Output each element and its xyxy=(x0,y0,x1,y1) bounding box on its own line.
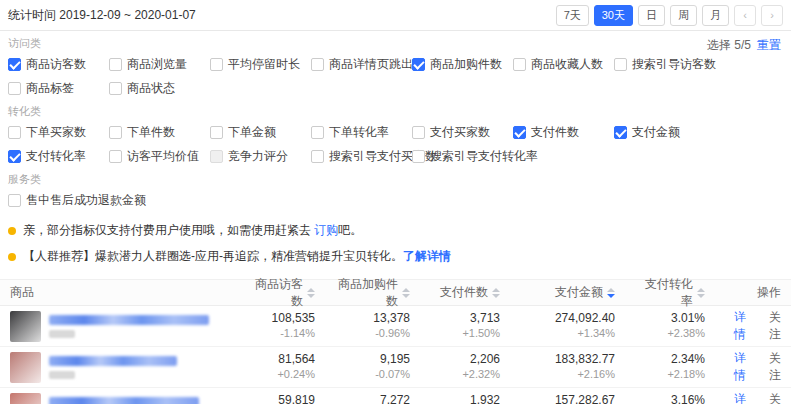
metric-cell: 183,832.77+2.16% xyxy=(510,352,625,382)
metric-cell: 3.16%+3.27% xyxy=(625,393,715,404)
metric-checkbox-option[interactable]: 支付件数 xyxy=(513,124,614,141)
column-header[interactable]: 商品加购件数 xyxy=(325,276,420,310)
metric-checkbox-option[interactable]: 商品访客数 xyxy=(8,56,109,73)
metric-checkbox-option[interactable]: 售中售后成功退款金额 xyxy=(8,192,109,209)
metric-checkbox-option[interactable]: 商品浏览量 xyxy=(109,56,210,73)
follow-link[interactable]: 关注 xyxy=(760,309,781,343)
metric-checkbox-option[interactable]: 搜索引导支付转化率 xyxy=(412,148,513,165)
column-header-label: 商品加购件数 xyxy=(335,276,398,310)
metric-value: 274,092.40 xyxy=(520,311,615,326)
product-thumbnail[interactable] xyxy=(10,393,41,404)
checkbox-icon[interactable] xyxy=(311,150,324,163)
product-cell xyxy=(0,311,240,342)
range-button-4[interactable]: 月 xyxy=(702,5,729,26)
product-thumbnail[interactable] xyxy=(10,352,41,383)
checkbox-icon[interactable] xyxy=(210,126,223,139)
checkbox-icon[interactable] xyxy=(109,58,122,71)
checkbox-icon[interactable] xyxy=(513,58,526,71)
notice-link[interactable]: 了解详情 xyxy=(403,249,451,263)
checkbox-icon[interactable] xyxy=(311,58,324,71)
filter-group-options: 商品访客数 商品浏览量 平均停留时长 商品详情页跳出率 商品加购件数 商品收藏人… xyxy=(8,56,783,97)
sort-carets-icon[interactable] xyxy=(607,288,615,298)
metric-option-label: 商品访客数 xyxy=(26,56,86,73)
sort-carets-icon[interactable] xyxy=(492,288,500,298)
reset-link[interactable]: 重置 xyxy=(757,38,781,52)
selection-summary: 选择 5/5重置 xyxy=(707,37,781,54)
checkbox-icon[interactable] xyxy=(513,126,526,139)
metric-cell: 59,819-2.61% xyxy=(240,393,325,404)
column-header-label: 商品 xyxy=(10,284,34,301)
metric-checkbox-option[interactable]: 商品加购件数 xyxy=(412,56,513,73)
column-header[interactable]: 商品访客数 xyxy=(240,276,325,310)
metric-checkbox-option[interactable]: 商品收藏人数 xyxy=(513,56,614,73)
metric-value: 3.01% xyxy=(635,311,705,326)
range-button-0[interactable]: 7天 xyxy=(556,5,589,26)
checkbox-icon[interactable] xyxy=(210,150,223,163)
metric-checkbox-option[interactable]: 下单件数 xyxy=(109,124,210,141)
metric-checkbox-option[interactable]: 商品详情页跳出率 xyxy=(311,56,412,73)
filter-group-list: 访问类 商品访客数 商品浏览量 平均停留时长 商品详情页跳出率 商品加购件数 商… xyxy=(8,36,783,209)
follow-link[interactable]: 关注 xyxy=(760,350,781,384)
metric-checkbox-option[interactable]: 支付金额 xyxy=(614,124,715,141)
checkbox-icon[interactable] xyxy=(412,58,425,71)
metric-delta: +0.24% xyxy=(250,367,315,382)
date-range-controls: 7天30天日周月 ‹ › xyxy=(556,5,783,26)
metric-option-label: 搜索引导支付转化率 xyxy=(430,148,538,165)
metric-checkbox-option[interactable]: 搜索引导支付买家数 xyxy=(311,148,412,165)
follow-link[interactable]: 关注 xyxy=(760,391,781,404)
sort-carets-icon[interactable] xyxy=(307,288,315,298)
sort-carets-icon[interactable] xyxy=(697,288,705,298)
checkbox-icon[interactable] xyxy=(8,194,21,207)
metric-checkbox-option[interactable]: 下单买家数 xyxy=(8,124,109,141)
prev-page-icon[interactable]: ‹ xyxy=(734,5,756,26)
notice-link[interactable]: 订购 xyxy=(314,223,338,237)
product-title-redacted[interactable] xyxy=(49,356,177,379)
sort-carets-icon[interactable] xyxy=(402,288,410,298)
metric-checkbox-option[interactable]: 商品状态 xyxy=(109,80,210,97)
metric-checkbox-option[interactable]: 商品标签 xyxy=(8,80,109,97)
column-header-label: 商品访客数 xyxy=(250,276,303,310)
metric-checkbox-option[interactable]: 支付买家数 xyxy=(412,124,513,141)
checkbox-icon[interactable] xyxy=(109,82,122,95)
range-button-1[interactable]: 30天 xyxy=(594,5,633,26)
metric-checkbox-option[interactable]: 下单金额 xyxy=(210,124,311,141)
product-title-redacted[interactable] xyxy=(49,315,209,338)
metric-checkbox-option[interactable]: 访客平均价值 xyxy=(109,148,210,165)
metric-option-label: 访客平均价值 xyxy=(127,148,199,165)
metric-checkbox-option[interactable]: 竞争力评分 xyxy=(210,148,311,165)
checkbox-icon[interactable] xyxy=(614,126,627,139)
next-page-icon[interactable]: › xyxy=(761,5,783,26)
metric-checkbox-option[interactable]: 下单转化率 xyxy=(311,124,412,141)
metric-delta: +2.18% xyxy=(635,367,705,382)
product-title-redacted[interactable] xyxy=(49,397,199,404)
column-header[interactable]: 支付件数 xyxy=(420,284,510,301)
checkbox-icon[interactable] xyxy=(8,126,21,139)
column-header[interactable]: 支付金额 xyxy=(510,284,625,301)
range-button-3[interactable]: 周 xyxy=(670,5,697,26)
filter-group: 服务类 售中售后成功退款金额 xyxy=(8,172,783,209)
metric-value: 9,195 xyxy=(335,352,410,367)
checkbox-icon[interactable] xyxy=(8,82,21,95)
detail-link[interactable]: 详情 xyxy=(725,309,746,343)
detail-link[interactable]: 详情 xyxy=(725,350,746,384)
range-button-2[interactable]: 日 xyxy=(638,5,665,26)
metric-checkbox-option[interactable]: 支付转化率 xyxy=(8,148,109,165)
metric-checkbox-option[interactable]: 搜索引导访客数 xyxy=(614,56,715,73)
product-thumbnail[interactable] xyxy=(10,311,41,342)
detail-link[interactable]: 详情 xyxy=(725,391,746,404)
checkbox-icon[interactable] xyxy=(109,126,122,139)
checkbox-icon[interactable] xyxy=(210,58,223,71)
checkbox-icon[interactable] xyxy=(614,58,627,71)
column-header[interactable]: 支付转化率 xyxy=(625,276,715,310)
checkbox-icon[interactable] xyxy=(412,126,425,139)
range-button-group: 7天30天日周月 xyxy=(556,5,729,26)
column-header: 操作 xyxy=(715,284,791,301)
checkbox-icon[interactable] xyxy=(8,58,21,71)
checkbox-icon[interactable] xyxy=(109,150,122,163)
checkbox-icon[interactable] xyxy=(8,150,21,163)
metric-value: 2.34% xyxy=(635,352,705,367)
checkbox-icon[interactable] xyxy=(311,126,324,139)
table-body: 108,535-1.14%13,378-0.96%3,713+1.50%274,… xyxy=(0,306,791,404)
metric-checkbox-option[interactable]: 平均停留时长 xyxy=(210,56,311,73)
checkbox-icon[interactable] xyxy=(412,150,425,163)
